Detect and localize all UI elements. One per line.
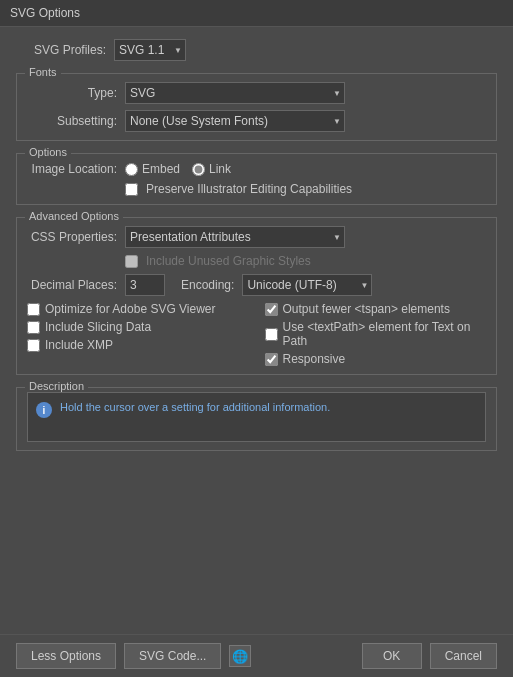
check-optimize: Optimize for Adobe SVG Viewer [27, 302, 249, 316]
profiles-label: SVG Profiles: [16, 43, 106, 57]
css-properties-select-wrapper: Presentation Attributes [125, 226, 345, 248]
decimal-encoding-row: Decimal Places: Encoding: Unicode (UTF-8… [27, 274, 486, 296]
check-textpath: Use <textPath> element for Text on Path [265, 320, 487, 348]
font-type-select-wrapper: SVG [125, 82, 345, 104]
font-subsetting-row: Subsetting: None (Use System Fonts) [27, 110, 486, 132]
decimal-input[interactable] [125, 274, 165, 296]
options-group: Options Image Location: Embed Link Prese… [16, 153, 497, 205]
decimal-label: Decimal Places: [27, 278, 117, 292]
description-group: Description i Hold the cursor over a set… [16, 387, 497, 451]
css-properties-row: CSS Properties: Presentation Attributes [27, 226, 486, 248]
link-radio[interactable] [192, 163, 205, 176]
dialog-body: SVG Profiles: SVG 1.1 Fonts Type: SVG Su… [0, 27, 513, 634]
fonts-group-label: Fonts [25, 66, 61, 78]
cancel-button[interactable]: Cancel [430, 643, 497, 669]
advanced-group: Advanced Options CSS Properties: Present… [16, 217, 497, 375]
encoding-select[interactable]: Unicode (UTF-8) [242, 274, 372, 296]
font-subsetting-select[interactable]: None (Use System Fonts) [125, 110, 345, 132]
options-group-label: Options [25, 146, 71, 158]
right-checkboxes: Output fewer <tspan> elements Use <textP… [265, 302, 487, 366]
include-unused-row: Include Unused Graphic Styles [27, 254, 486, 268]
fonts-group: Fonts Type: SVG Subsetting: None (Use Sy… [16, 73, 497, 141]
radio-group: Embed Link [125, 162, 231, 176]
font-subsetting-select-wrapper: None (Use System Fonts) [125, 110, 345, 132]
responsive-label: Responsive [283, 352, 346, 366]
profiles-row: SVG Profiles: SVG 1.1 [16, 39, 497, 61]
slicing-checkbox[interactable] [27, 321, 40, 334]
optimize-label: Optimize for Adobe SVG Viewer [45, 302, 216, 316]
tspan-checkbox[interactable] [265, 303, 278, 316]
description-group-label: Description [25, 380, 88, 392]
encoding-label: Encoding: [181, 278, 234, 292]
info-icon: i [36, 402, 52, 418]
responsive-checkbox[interactable] [265, 353, 278, 366]
bottom-bar: Less Options SVG Code... 🌐 OK Cancel [0, 634, 513, 677]
xmp-checkbox[interactable] [27, 339, 40, 352]
optimize-checkbox[interactable] [27, 303, 40, 316]
embed-radio[interactable] [125, 163, 138, 176]
textpath-label: Use <textPath> element for Text on Path [283, 320, 487, 348]
profiles-select-wrapper: SVG 1.1 [114, 39, 186, 61]
globe-icon[interactable]: 🌐 [229, 645, 251, 667]
dialog-title: SVG Options [10, 6, 80, 20]
css-properties-label: CSS Properties: [27, 230, 117, 244]
options-group-content: Image Location: Embed Link Preserve Illu… [27, 162, 486, 196]
ok-button[interactable]: OK [362, 643, 422, 669]
include-unused-checkbox[interactable] [125, 255, 138, 268]
left-checkboxes: Optimize for Adobe SVG Viewer Include Sl… [27, 302, 249, 366]
check-slicing: Include Slicing Data [27, 320, 249, 334]
image-location-row: Image Location: Embed Link [27, 162, 486, 176]
font-type-select[interactable]: SVG [125, 82, 345, 104]
include-unused-label: Include Unused Graphic Styles [146, 254, 311, 268]
check-tspan: Output fewer <tspan> elements [265, 302, 487, 316]
advanced-group-label: Advanced Options [25, 210, 123, 222]
link-label: Link [209, 162, 231, 176]
profiles-select[interactable]: SVG 1.1 [114, 39, 186, 61]
font-type-label: Type: [27, 86, 117, 100]
check-xmp: Include XMP [27, 338, 249, 352]
checkboxes-section: Optimize for Adobe SVG Viewer Include Sl… [27, 302, 486, 366]
embed-label: Embed [142, 162, 180, 176]
description-box: i Hold the cursor over a setting for add… [27, 392, 486, 442]
slicing-label: Include Slicing Data [45, 320, 151, 334]
title-bar: SVG Options [0, 0, 513, 27]
font-subsetting-label: Subsetting: [27, 114, 117, 128]
font-type-row: Type: SVG [27, 82, 486, 104]
fonts-group-content: Type: SVG Subsetting: None (Use System F… [27, 82, 486, 132]
svg-code-button[interactable]: SVG Code... [124, 643, 221, 669]
advanced-group-content: CSS Properties: Presentation Attributes … [27, 226, 486, 366]
textpath-checkbox[interactable] [265, 328, 278, 341]
image-location-label: Image Location: [27, 162, 117, 176]
css-properties-select[interactable]: Presentation Attributes [125, 226, 345, 248]
encoding-select-wrapper: Unicode (UTF-8) [242, 274, 372, 296]
xmp-label: Include XMP [45, 338, 113, 352]
check-responsive: Responsive [265, 352, 487, 366]
tspan-label: Output fewer <tspan> elements [283, 302, 450, 316]
less-options-button[interactable]: Less Options [16, 643, 116, 669]
preserve-row: Preserve Illustrator Editing Capabilitie… [27, 182, 486, 196]
preserve-label: Preserve Illustrator Editing Capabilitie… [146, 182, 352, 196]
preserve-checkbox[interactable] [125, 183, 138, 196]
description-text: Hold the cursor over a setting for addit… [60, 401, 330, 413]
